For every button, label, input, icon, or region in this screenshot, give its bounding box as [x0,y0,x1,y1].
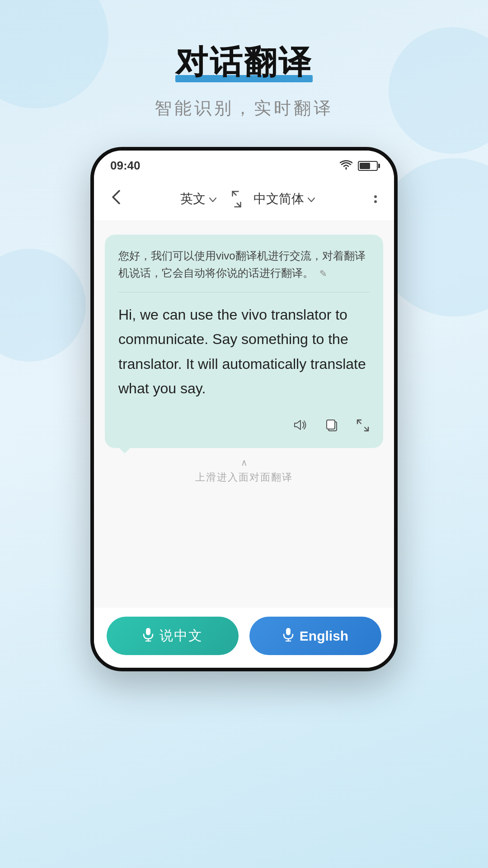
original-text: 您好，我们可以使用vivo翻译机进行交流，对着翻译机说话，它会自动将你说的话进行… [118,247,370,292]
page-title: 对话翻译 [175,41,313,84]
page-header: 对话翻译 智能识别，实时翻译 [0,0,488,138]
lang-switcher: 英文 中文简体 [125,190,371,208]
translated-text: Hi, we can use the vivo translator to co… [118,302,370,401]
source-lang-selector[interactable]: 英文 [180,190,216,208]
status-icons [340,160,378,172]
volume-button[interactable] [293,419,307,435]
target-lang-selector[interactable]: 中文简体 [253,190,315,208]
edit-icon[interactable]: ✎ [319,269,327,278]
source-lang-arrow [209,194,216,204]
phone-screen: 09:40 [94,151,394,668]
target-lang-arrow [308,194,315,204]
speak-chinese-button[interactable]: 说中文 [107,617,239,655]
swipe-hint-text: 上滑进入面对面翻译 [105,471,383,484]
swipe-hint: ∧ 上滑进入面对面翻译 [105,457,383,489]
chinese-mic-icon [142,627,154,645]
more-dot-1 [374,195,377,198]
phone-wrapper: 09:40 [0,147,488,671]
english-mic-icon [282,627,294,645]
wifi-icon [340,160,352,172]
app-nav: 英文 中文简体 [94,177,394,221]
status-time: 09:40 [110,159,141,173]
page-subtitle: 智能识别，实时翻译 [0,97,488,120]
battery-icon [358,161,378,171]
swap-languages-button[interactable] [227,189,244,208]
message-bubble: 您好，我们可以使用vivo翻译机进行交流，对着翻译机说话，它会自动将你说的话进行… [105,235,383,448]
svg-rect-5 [286,628,291,635]
svg-rect-1 [327,420,335,429]
chat-area: 您好，我们可以使用vivo翻译机进行交流，对着翻译机说话，它会自动将你说的话进行… [94,221,394,608]
svg-rect-2 [146,628,150,635]
bubble-actions [118,410,370,435]
back-button[interactable] [108,185,125,212]
status-bar: 09:40 [94,151,394,177]
more-dot-2 [374,200,377,203]
expand-button[interactable] [356,419,370,435]
swipe-arrow-icon: ∧ [105,457,383,468]
more-options-button[interactable] [371,192,380,207]
copy-button[interactable] [325,419,338,435]
speak-english-button[interactable]: English [249,617,381,655]
phone-frame: 09:40 [90,147,398,671]
bottom-buttons: 说中文 English [94,608,394,668]
